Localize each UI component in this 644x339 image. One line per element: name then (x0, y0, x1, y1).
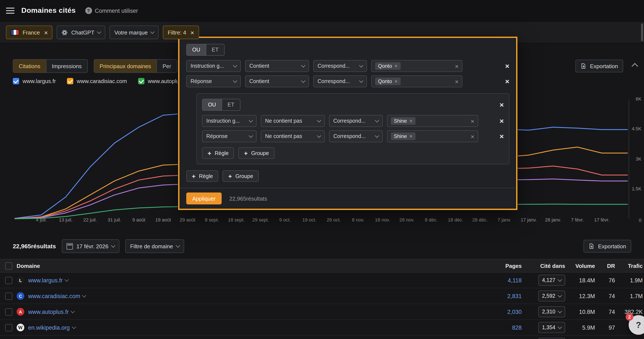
delete-rule-icon[interactable]: × (500, 133, 504, 140)
rule-field-select[interactable]: Instruction g... (186, 60, 241, 72)
remove-country-filter-icon[interactable]: × (44, 29, 48, 35)
clear-input-icon[interactable]: × (470, 117, 474, 125)
domain-link[interactable]: en.wikipedia.org (28, 324, 75, 331)
delete-rule-icon[interactable]: × (505, 62, 509, 70)
rule-field-select[interactable]: Instruction g... (202, 115, 256, 127)
remove-tag-icon[interactable]: × (394, 63, 398, 69)
value-tag[interactable]: Shine× (391, 117, 415, 125)
remove-tag-icon[interactable]: × (409, 133, 412, 139)
menu-icon[interactable] (6, 8, 14, 14)
rule-match-select[interactable]: Correspond... (329, 115, 383, 127)
clear-input-icon[interactable]: × (455, 78, 458, 85)
column-header-pages[interactable]: Pages (488, 263, 522, 269)
favicon-autoplus: A (16, 308, 24, 316)
question-icon: ? (636, 320, 641, 330)
rule-field-select[interactable]: Réponse (202, 130, 256, 142)
filter-rule: Réponse Contient Correspond... Qonto× × … (186, 75, 509, 87)
value-tag[interactable]: Shine× (391, 132, 415, 140)
add-group-button[interactable]: +Groupe (238, 147, 274, 159)
add-rule-button[interactable]: +Règle (186, 170, 218, 182)
add-rule-button[interactable]: +Règle (202, 147, 234, 159)
domain-link[interactable]: www.autoplus.fr (28, 309, 74, 315)
pages-value-link[interactable]: 2,831 (488, 293, 522, 299)
export-button-chart[interactable]: Exportation (576, 60, 623, 72)
tab-performance[interactable]: Per (157, 60, 177, 72)
operator-or-button[interactable]: OU (187, 44, 206, 55)
remove-tag-icon[interactable]: × (394, 78, 398, 84)
tab-principaux-domaines[interactable]: Principaux domaines (94, 60, 156, 72)
row-checkbox[interactable] (5, 277, 12, 284)
rule-operator-select[interactable]: Ne contient pas (261, 115, 325, 127)
value-tag[interactable]: Qonto× (375, 62, 400, 70)
chevron-down-icon (111, 243, 116, 248)
checkbox-autoplus[interactable] (138, 78, 144, 84)
row-checkbox[interactable] (5, 308, 12, 315)
delete-group-icon[interactable]: × (500, 101, 504, 108)
engine-filter-chip[interactable]: ChatGPT (57, 25, 105, 39)
rule-value-input[interactable]: Shine× × (387, 115, 478, 127)
domain-link[interactable]: www.largus.fr (28, 277, 68, 284)
cited-in-dropdown[interactable]: 1,203 (538, 338, 565, 339)
y-tick-label: 0 (639, 218, 642, 223)
tab-impressions[interactable]: Impressions (46, 60, 87, 72)
export-button-table[interactable]: Exportation (584, 240, 631, 253)
rule-field-select[interactable]: Réponse (186, 75, 241, 87)
collapse-panel-icon[interactable] (632, 63, 638, 69)
rule-operator-select[interactable]: Ne contient pas (261, 130, 325, 142)
pages-value-link[interactable]: 2,030 (488, 309, 522, 315)
scrollbar-thumb[interactable] (641, 23, 643, 41)
how-to-use-link[interactable]: ? Comment utiliser (85, 7, 138, 14)
page-title: Domaines cités (21, 6, 76, 15)
date-filter-dropdown[interactable]: 17 févr. 2026 (62, 239, 119, 253)
cited-in-dropdown[interactable]: 1,354 (538, 322, 565, 333)
clear-input-icon[interactable]: × (470, 133, 474, 140)
pages-value-link[interactable]: 828 (488, 324, 522, 331)
rule-operator-select[interactable]: Contient (245, 75, 309, 87)
column-header-dr[interactable]: DR (595, 263, 615, 269)
column-header-traffic[interactable]: Trafic (615, 263, 643, 269)
chevron-down-icon (72, 325, 76, 329)
group-operator-or-button[interactable]: OU (202, 99, 222, 110)
country-filter-chip[interactable]: France × (6, 25, 52, 39)
cited-in-dropdown[interactable]: 2,310 (538, 306, 565, 317)
group-operator-and-button[interactable]: ET (222, 99, 240, 110)
clear-input-icon[interactable]: × (455, 62, 458, 70)
legend-item-caradisiac[interactable]: www.caradisiac.com (67, 78, 127, 84)
cited-in-dropdown[interactable]: 2,592 (538, 291, 565, 302)
results-panel: 22,965résultats 17 févr. 2026 Filtre de … (0, 234, 644, 339)
add-group-button[interactable]: +Groupe (223, 170, 259, 182)
operator-and-button[interactable]: ET (206, 44, 224, 55)
rule-value-input[interactable]: Qonto× × (371, 60, 462, 72)
tab-citations[interactable]: Citations (13, 60, 46, 72)
legend-item-largus[interactable]: www.largus.fr (13, 78, 56, 84)
chevron-down-icon (249, 118, 253, 122)
traffic-value: 1.7M (615, 293, 643, 299)
cited-in-dropdown[interactable]: 4,127 (538, 275, 565, 286)
checkbox-largus[interactable] (13, 78, 19, 84)
column-header-volume[interactable]: Volume (565, 263, 595, 269)
rule-match-select[interactable]: Correspond... (329, 130, 383, 142)
advanced-filter-chip[interactable]: Filtre: 4 × (163, 25, 199, 39)
row-checkbox[interactable] (5, 324, 12, 331)
rule-match-select[interactable]: Correspond... (313, 60, 367, 72)
delete-rule-icon[interactable]: × (505, 78, 509, 85)
rule-match-select[interactable]: Correspond... (313, 75, 367, 87)
chevron-down-icon (82, 293, 86, 298)
remove-advanced-filter-icon[interactable]: × (190, 29, 194, 35)
select-all-checkbox[interactable] (5, 262, 12, 269)
apply-button[interactable]: Appliquer (186, 193, 222, 204)
remove-tag-icon[interactable]: × (409, 118, 412, 124)
row-checkbox[interactable] (5, 292, 12, 300)
checkbox-caradisiac[interactable] (67, 78, 73, 84)
domain-link[interactable]: www.caradisiac.com (28, 293, 86, 299)
column-header-cited[interactable]: Cité dans (522, 263, 565, 269)
value-tag[interactable]: Qonto× (375, 77, 400, 85)
rule-operator-select[interactable]: Contient (245, 60, 309, 72)
brand-filter-chip[interactable]: Votre marque (110, 25, 159, 39)
pages-value-link[interactable]: 4,118 (488, 277, 522, 284)
rule-value-input[interactable]: Shine× × (387, 130, 478, 142)
rule-value-input[interactable]: Qonto× × (371, 75, 462, 87)
delete-rule-icon[interactable]: × (500, 117, 504, 125)
domain-filter-dropdown[interactable]: Filtre de domaine (126, 239, 184, 253)
volume-value: 10.8M (565, 309, 595, 315)
